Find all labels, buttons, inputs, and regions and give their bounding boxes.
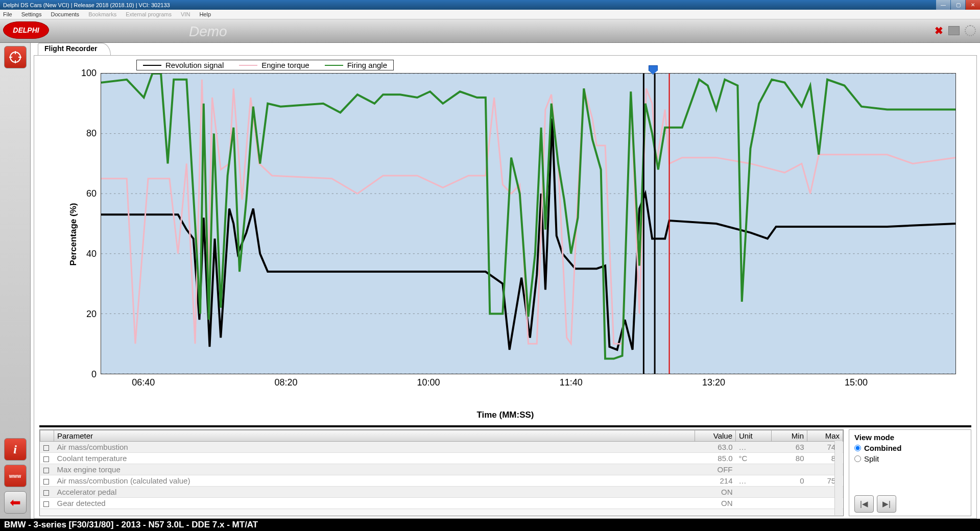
cell-unit: … <box>736 475 772 487</box>
xtick: 13:20 <box>702 377 725 388</box>
menu-documents[interactable]: Documents <box>51 11 79 17</box>
left-sidebar: i www ⬅ <box>0 43 31 519</box>
menu-settings[interactable]: Settings <box>21 11 42 17</box>
cell-unit <box>736 464 772 475</box>
window-titlebar: Delphi DS Cars (New VCI) | Release 2018 … <box>0 0 980 10</box>
window-icon[interactable] <box>948 26 960 35</box>
col-value[interactable]: Value <box>695 430 736 442</box>
table-row[interactable]: Air mass/combustion (calculated value)21… <box>40 475 843 487</box>
table-scrollbar[interactable] <box>834 441 843 515</box>
sidebar-target-button[interactable] <box>4 46 27 68</box>
cell-param: Gear detected <box>54 498 695 509</box>
watermark-text: Demo <box>189 23 227 40</box>
cell-param: Coolant temperature <box>54 453 695 464</box>
sidebar-info-button[interactable]: i <box>4 438 27 461</box>
cell-min <box>772 464 807 475</box>
window-close-button[interactable]: ✕ <box>966 0 980 10</box>
brand-logo: DELPHI <box>3 21 49 39</box>
view-mode-title: View mode <box>854 433 966 442</box>
legend-label-1: Engine torque <box>261 61 309 69</box>
cell-min <box>772 498 807 509</box>
cell-unit <box>736 487 772 498</box>
ytick: 20 <box>86 309 97 320</box>
ytick: 100 <box>81 68 97 79</box>
menu-vin[interactable]: VIN <box>181 11 190 17</box>
xtick: 15:00 <box>845 377 868 388</box>
cell-value: 63.0 <box>695 442 736 453</box>
status-text: BMW - 3-series [F30/31/80] - 2013 - N57 … <box>4 520 258 530</box>
cell-unit: °C <box>736 453 772 464</box>
cell-value: 214 <box>695 475 736 487</box>
cell-min: 80 <box>772 453 807 464</box>
parameter-table-container: Parameter Value Unit Min Max Air mass/co… <box>39 429 844 516</box>
cell-unit <box>736 498 772 509</box>
legend-label-2: Firing angle <box>347 61 387 69</box>
gear-icon[interactable] <box>965 25 976 36</box>
col-checkbox[interactable] <box>40 430 54 442</box>
cell-value: OFF <box>695 464 736 475</box>
window-maximize-button[interactable]: ▢ <box>951 0 965 10</box>
menu-help[interactable]: Help <box>199 11 211 17</box>
target-icon <box>9 51 22 64</box>
menu-external-programs[interactable]: External programs <box>126 11 172 17</box>
cell-value: ON <box>695 487 736 498</box>
row-checkbox[interactable] <box>43 445 49 451</box>
chart-plot[interactable] <box>101 73 956 374</box>
cell-value: 85.0 <box>695 453 736 464</box>
col-unit[interactable]: Unit <box>736 430 772 442</box>
legend-label-0: Revolution signal <box>165 61 224 69</box>
cell-unit: … <box>736 442 772 453</box>
cell-value: ON <box>695 498 736 509</box>
cell-min <box>772 487 807 498</box>
chart-legend: Revolution signal Engine torque Firing a… <box>136 60 394 70</box>
menu-bookmarks[interactable]: Bookmarks <box>88 11 116 17</box>
cell-param: Air mass/combustion <box>54 442 695 453</box>
menu-file[interactable]: File <box>3 11 12 17</box>
sidebar-www-button[interactable]: www <box>4 465 27 487</box>
cell-min: 0 <box>772 475 807 487</box>
panel-divider[interactable] <box>39 425 971 427</box>
row-checkbox[interactable] <box>43 490 49 496</box>
cell-param: Accelerator pedal <box>54 487 695 498</box>
chart-xlabel: Time (MM:SS) <box>39 410 971 423</box>
status-bar: BMW - 3-series [F30/31/80] - 2013 - N57 … <box>0 519 980 531</box>
ytick: 40 <box>86 249 97 259</box>
xtick: 10:00 <box>417 377 440 388</box>
header-toolstrip: DELPHI Demo ✖ <box>0 19 980 43</box>
table-row[interactable]: Accelerator pedalON <box>40 487 843 498</box>
ytick: 0 <box>91 369 97 380</box>
parameter-table: Parameter Value Unit Min Max Air mass/co… <box>40 430 843 509</box>
chart-area: Revolution signal Engine torque Firing a… <box>39 59 971 410</box>
back-arrow-icon: ⬅ <box>10 495 21 511</box>
xtick: 08:20 <box>274 377 297 388</box>
nav-next-button[interactable]: ▶| <box>877 495 896 513</box>
xtick: 06:40 <box>132 377 155 388</box>
sidebar-back-button[interactable]: ⬅ <box>4 491 27 514</box>
cell-min: 63 <box>772 442 807 453</box>
cell-param: Max engine torque <box>54 464 695 475</box>
col-max[interactable]: Max <box>807 430 843 442</box>
window-minimize-button[interactable]: — <box>936 0 950 10</box>
view-mode-panel: View mode Combined Split |◀ ▶| <box>849 429 971 516</box>
row-checkbox[interactable] <box>43 479 49 485</box>
row-checkbox[interactable] <box>43 468 49 473</box>
nav-prev-button[interactable]: |◀ <box>854 495 874 513</box>
table-row[interactable]: Coolant temperature85.0°C8088 <box>40 453 843 464</box>
table-row[interactable]: Gear detectedON <box>40 498 843 509</box>
close-icon[interactable]: ✖ <box>935 25 943 37</box>
cell-param: Air mass/combustion (calculated value) <box>54 475 695 487</box>
main-panel: Revolution signal Engine torque Firing a… <box>34 55 977 519</box>
view-mode-combined[interactable]: Combined <box>854 444 966 452</box>
row-checkbox[interactable] <box>43 501 49 507</box>
row-checkbox[interactable] <box>43 456 49 462</box>
col-parameter[interactable]: Parameter <box>54 430 695 442</box>
view-mode-split[interactable]: Split <box>854 454 966 463</box>
col-min[interactable]: Min <box>772 430 807 442</box>
ytick: 80 <box>86 128 97 139</box>
table-row[interactable]: Air mass/combustion63.0…63743 <box>40 442 843 453</box>
ytick: 60 <box>86 188 97 199</box>
window-title: Delphi DS Cars (New VCI) | Release 2018 … <box>3 2 170 8</box>
table-row[interactable]: Max engine torqueOFF <box>40 464 843 475</box>
tab-flight-recorder[interactable]: Flight Recorder <box>38 43 111 55</box>
xtick: 11:40 <box>560 377 583 388</box>
